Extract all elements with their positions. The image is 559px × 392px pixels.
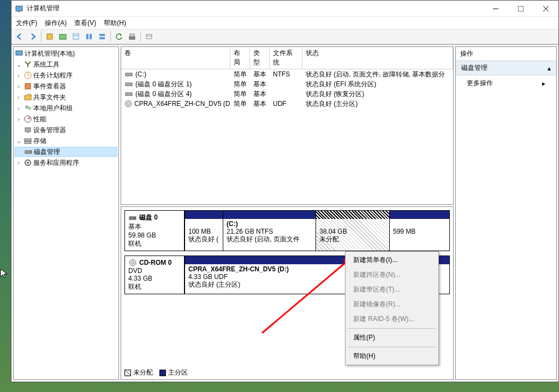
services-icon: [23, 158, 32, 167]
drive-icon: [124, 90, 133, 98]
svg-rect-29: [25, 139, 31, 141]
ctx-new-raid5: 新建 RAID-5 卷(W)...: [347, 312, 437, 326]
partition[interactable]: 599 MB: [389, 211, 449, 251]
context-menu: 新建简单卷(I)... 新建跨区卷(N)... 新建带区卷(T)... 新建镜像…: [345, 251, 439, 365]
toolbar-icon[interactable]: [143, 31, 155, 43]
expand-icon[interactable]: ›: [15, 159, 22, 166]
actions-title: 操作: [456, 47, 556, 61]
folder-icon: [23, 93, 32, 102]
expand-icon[interactable]: ›: [15, 94, 22, 100]
volume-row[interactable]: (磁盘 0 磁盘分区 4)简单基本状态良好 (恢复分区): [121, 89, 453, 99]
tree-diskmgmt[interactable]: 磁盘管理: [34, 147, 60, 157]
expand-icon[interactable]: ›: [15, 105, 22, 111]
tree-devmgr[interactable]: 设备管理器: [33, 126, 66, 135]
maximize-button[interactable]: [508, 1, 533, 17]
volume-row[interactable]: (磁盘 0 磁盘分区 1)简单基本状态良好 (EFI 系统分区): [121, 79, 453, 89]
partition-c[interactable]: (C:)21.26 GB NTFS状态良好 (启动, 页面文件: [223, 211, 316, 251]
back-button[interactable]: [14, 31, 26, 43]
svg-rect-3: [518, 6, 524, 11]
close-button[interactable]: [533, 1, 558, 17]
svg-rect-15: [130, 34, 134, 37]
volume-list[interactable]: 卷 布局 类型 文件系统 状态 (C:)简单基本NTFS状态良好 (启动, 页面…: [121, 46, 454, 205]
app-icon: [15, 4, 23, 13]
main-window: 计算机管理 文件(F) 操作(A) 查看(V) 帮助(H) 计算机管理(本地): [11, 0, 559, 382]
svg-rect-37: [126, 93, 132, 96]
ctx-new-span: 新建跨区卷(N)...: [347, 268, 437, 282]
tree-perf[interactable]: 性能: [33, 115, 46, 124]
users-icon: [23, 104, 32, 112]
tree-systools[interactable]: 系统工具: [33, 60, 60, 69]
svg-rect-11: [90, 34, 92, 39]
svg-rect-28: [27, 132, 29, 133]
tree-taskplan[interactable]: 任务计划程序: [33, 71, 73, 80]
clock-icon: [23, 71, 32, 80]
chevron-right-icon: ▸: [542, 80, 545, 87]
more-actions[interactable]: 更多操作▸: [456, 75, 556, 91]
menu-file[interactable]: 文件(F): [16, 19, 37, 28]
disk-icon: [128, 213, 137, 222]
svg-rect-22: [25, 84, 31, 89]
svg-rect-16: [146, 34, 152, 39]
collapse-icon[interactable]: ⌄: [15, 61, 22, 68]
volume-row[interactable]: CPRA_X64FRE_ZH-CN_DV5 (D:)简单基本UDF状态良好 (主…: [121, 99, 453, 109]
menu-action[interactable]: 操作(A): [45, 19, 67, 28]
toolbar-icon[interactable]: [126, 31, 138, 43]
svg-rect-30: [25, 141, 31, 144]
col-fs[interactable]: 文件系统: [270, 47, 302, 69]
toolbar-icon[interactable]: [83, 31, 95, 43]
expand-icon[interactable]: ›: [15, 72, 22, 79]
svg-rect-0: [16, 6, 22, 11]
svg-point-24: [28, 106, 31, 110]
svg-point-32: [30, 151, 31, 152]
svg-point-34: [27, 162, 29, 164]
svg-rect-6: [47, 34, 52, 39]
refresh-button[interactable]: [113, 31, 125, 43]
disk0-info[interactable]: 磁盘 0 基本 59.98 GB 联机: [124, 210, 185, 251]
tree-root[interactable]: 计算机管理(本地): [25, 49, 75, 58]
menu-view[interactable]: 查看(V): [74, 19, 96, 28]
volume-row[interactable]: (C:)简单基本NTFS状态良好 (启动, 页面文件, 故障转储, 基本数据分: [121, 69, 453, 79]
col-type[interactable]: 类型: [250, 47, 270, 69]
tree-shared[interactable]: 共享文件夹: [33, 93, 66, 102]
drive-icon: [124, 70, 133, 79]
ctx-new-stripe: 新建带区卷(T)...: [347, 282, 437, 297]
ctx-new-simple[interactable]: 新建简单卷(I)...: [347, 253, 437, 268]
expand-icon[interactable]: ›: [15, 116, 22, 122]
menu-help[interactable]: 帮助(H): [104, 19, 126, 28]
svg-rect-8: [73, 34, 79, 39]
expand-icon[interactable]: ›: [15, 83, 22, 90]
col-status[interactable]: 状态: [302, 47, 453, 69]
toolbar-icon[interactable]: [96, 31, 108, 43]
ctx-help[interactable]: 帮助(H): [347, 349, 437, 364]
minimize-button[interactable]: [483, 1, 508, 17]
partition-unallocated[interactable]: 38.04 GB未分配: [316, 211, 389, 251]
collapse-icon[interactable]: ⌄: [15, 138, 22, 145]
tree-services[interactable]: 服务和应用程序: [33, 158, 79, 168]
titlebar[interactable]: 计算机管理: [11, 1, 558, 17]
col-volume[interactable]: 卷: [121, 47, 230, 69]
storage-icon: [23, 136, 32, 145]
diskmgmt-icon: [24, 147, 33, 156]
event-icon: [23, 82, 32, 91]
svg-rect-13: [99, 37, 105, 39]
ctx-properties[interactable]: 属性(P): [347, 330, 437, 345]
toolbar-icon[interactable]: [44, 31, 56, 43]
col-layout[interactable]: 布局: [230, 47, 250, 69]
device-icon: [23, 126, 32, 134]
actions-section[interactable]: 磁盘管理▴: [456, 61, 556, 75]
menubar: 文件(F) 操作(A) 查看(V) 帮助(H): [11, 17, 558, 29]
tree-eventview[interactable]: 事件查看器: [33, 82, 66, 91]
tree-localusers[interactable]: 本地用户和组: [33, 104, 73, 113]
forward-button[interactable]: [27, 31, 39, 43]
tree-storage[interactable]: 存储: [33, 136, 46, 146]
svg-rect-10: [86, 34, 88, 39]
toolbar-icon[interactable]: [57, 31, 69, 43]
cdrom-info[interactable]: CD-ROM 0 DVD 4.33 GB 联机: [124, 256, 185, 294]
nav-tree[interactable]: 计算机管理(本地) ⌄系统工具 ›任务计划程序 ›事件查看器 ›共享文件夹 ›本…: [13, 46, 119, 380]
tools-icon: [23, 60, 32, 69]
svg-rect-1: [17, 11, 21, 12]
partition[interactable]: 100 MB状态良好 (: [185, 211, 223, 251]
disc-icon: [124, 99, 132, 108]
actions-pane: 操作 磁盘管理▴ 更多操作▸: [455, 46, 557, 380]
toolbar-icon[interactable]: [70, 31, 82, 43]
